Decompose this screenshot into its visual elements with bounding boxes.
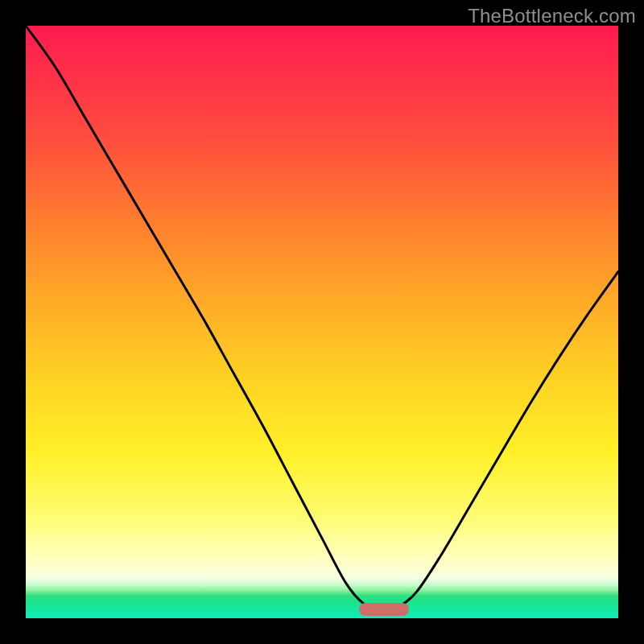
watermark-text: TheBottleneck.com (468, 5, 636, 27)
optimal-marker (359, 603, 409, 616)
chart-frame: TheBottleneck.com (0, 0, 644, 644)
bottleneck-curve (26, 26, 618, 618)
curve-path (26, 26, 618, 609)
